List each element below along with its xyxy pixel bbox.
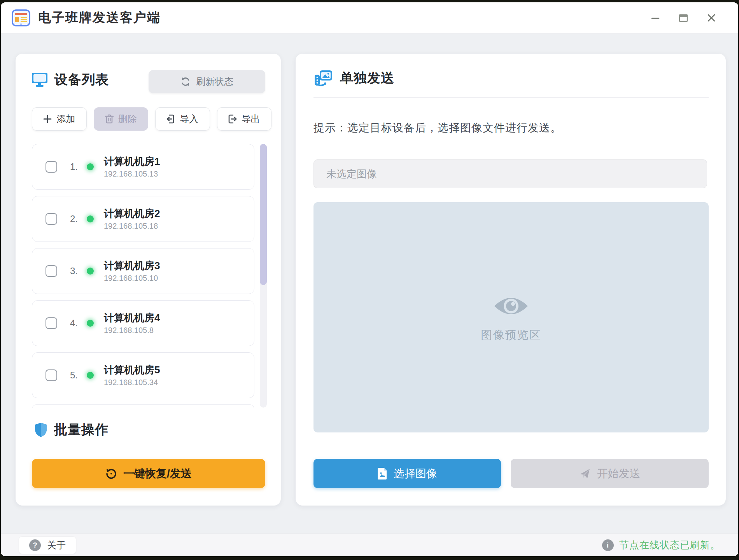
device-ip: 192.168.105.10 — [104, 273, 160, 284]
delete-device-label: 删除 — [118, 113, 137, 125]
device-row-3[interactable]: 3. 计算机机房3 192.168.105.10 — [32, 248, 254, 294]
device-checkbox[interactable] — [46, 317, 57, 329]
add-device-label: 添加 — [56, 113, 75, 125]
select-image-label: 选择图像 — [394, 466, 437, 481]
device-row-4[interactable]: 4. 计算机机房4 192.168.105.8 — [32, 300, 254, 346]
device-list: 1. 计算机机房1 192.168.105.13 2. 计算机机房2 192.1… — [32, 144, 254, 408]
refresh-status-button[interactable]: 刷新状态 — [149, 70, 265, 93]
send-panel: 单独发送 提示：选定目标设备后，选择图像文件进行发送。 未选定图像 图像预览区 — [296, 54, 726, 506]
device-ip: 192.168.105.8 — [104, 325, 160, 336]
maximize-icon — [678, 13, 688, 23]
close-icon — [707, 13, 716, 23]
minimize-icon — [651, 13, 660, 23]
device-checkbox[interactable] — [46, 369, 57, 381]
device-checkbox[interactable] — [46, 213, 57, 225]
device-row-1[interactable]: 1. 计算机机房1 192.168.105.13 — [32, 144, 254, 190]
refresh-status-label: 刷新状态 — [196, 75, 233, 88]
send-panel-header: 单独发送 — [313, 69, 394, 87]
file-image-icon — [377, 467, 387, 480]
file-import-icon — [166, 114, 175, 124]
send-hint-text: 提示：选定目标设备后，选择图像文件进行发送。 — [313, 121, 562, 135]
question-icon: ? — [29, 539, 41, 551]
app-logo-icon — [12, 9, 30, 26]
plus-icon — [43, 115, 52, 123]
online-status-dot — [87, 372, 94, 379]
about-button[interactable]: ? 关于 — [19, 536, 76, 554]
device-ip: 192.168.105.13 — [104, 168, 160, 179]
title-bar: 电子班牌发送客户端 — [1, 2, 738, 33]
import-devices-label: 导入 — [180, 113, 198, 125]
about-label: 关于 — [47, 539, 66, 551]
status-message: i 节点在线状态已刷新。 — [602, 539, 720, 551]
restore-send-button[interactable]: 一键恢复/发送 — [32, 459, 265, 488]
paper-plane-icon — [579, 468, 591, 480]
window-title: 电子班牌发送客户端 — [38, 9, 161, 26]
export-devices-label: 导出 — [242, 113, 260, 125]
scrollbar-thumb[interactable] — [260, 144, 267, 285]
device-index: 5. — [63, 370, 85, 381]
send-panel-title: 单独发送 — [340, 69, 394, 87]
batch-section-header: 批量操作 — [34, 421, 109, 439]
device-checkbox[interactable] — [46, 265, 57, 277]
online-status-dot — [87, 268, 94, 275]
main-area: 设备列表 刷新状态 添加 — [1, 33, 738, 534]
device-ip: 192.168.105.18 — [104, 220, 160, 231]
status-message-text: 节点在线状态已刷新。 — [619, 539, 720, 551]
start-send-button[interactable]: 开始发送 — [511, 459, 709, 488]
send-actions: 选择图像 开始发送 — [313, 459, 709, 488]
history-restore-icon — [105, 468, 117, 480]
device-row-6-partial[interactable] — [32, 404, 254, 408]
info-icon: i — [602, 539, 614, 551]
refresh-icon — [180, 77, 191, 87]
close-button[interactable] — [705, 11, 718, 24]
add-device-button[interactable]: 添加 — [32, 107, 87, 131]
batch-section-title: 批量操作 — [54, 421, 109, 439]
import-devices-button[interactable]: 导入 — [155, 107, 210, 131]
device-panel-title: 设备列表 — [54, 71, 109, 89]
selected-image-field[interactable]: 未选定图像 — [313, 159, 707, 188]
device-index: 2. — [63, 214, 85, 224]
online-status-dot — [87, 215, 94, 222]
device-name: 计算机机房1 — [104, 154, 160, 168]
device-name: 计算机机房4 — [104, 311, 160, 325]
device-index: 3. — [63, 266, 85, 276]
device-name: 计算机机房2 — [104, 206, 160, 220]
monitor-icon — [31, 72, 48, 88]
send-panel-divider — [313, 97, 709, 98]
minimize-button[interactable] — [649, 11, 662, 24]
device-ip: 192.168.105.34 — [104, 377, 160, 388]
maximize-button[interactable] — [677, 11, 690, 24]
status-bar: ? 关于 i 节点在线状态已刷新。 — [1, 534, 738, 556]
device-toolbar: 添加 删除 — [32, 107, 271, 131]
start-send-label: 开始发送 — [597, 466, 641, 481]
device-row-5[interactable]: 5. 计算机机房5 192.168.105.34 — [32, 352, 254, 398]
image-preview-area: 图像预览区 — [313, 202, 709, 432]
device-index: 1. — [63, 161, 85, 172]
image-send-icon — [313, 69, 333, 87]
online-status-dot — [87, 320, 94, 327]
device-panel-header: 设备列表 — [31, 71, 109, 89]
shield-icon — [34, 422, 48, 438]
preview-placeholder-label: 图像预览区 — [313, 327, 709, 343]
device-checkbox[interactable] — [46, 161, 57, 173]
device-index: 4. — [63, 318, 85, 329]
device-row-2[interactable]: 2. 计算机机房2 192.168.105.18 — [32, 196, 254, 242]
window-controls — [649, 11, 727, 24]
eye-icon — [493, 294, 529, 318]
app-window: 电子班牌发送客户端 — [1, 2, 738, 556]
file-export-icon — [228, 114, 237, 124]
online-status-dot — [87, 163, 94, 170]
restore-send-label: 一键恢复/发送 — [123, 466, 192, 481]
device-name: 计算机机房5 — [104, 363, 160, 377]
device-name: 计算机机房3 — [104, 259, 160, 273]
trash-icon — [105, 114, 114, 124]
export-devices-button[interactable]: 导出 — [217, 107, 272, 131]
batch-divider — [32, 445, 264, 445]
device-list-scrollbar[interactable] — [260, 144, 267, 408]
device-panel: 设备列表 刷新状态 添加 — [16, 54, 281, 506]
select-image-button[interactable]: 选择图像 — [313, 459, 501, 488]
delete-device-button[interactable]: 删除 — [94, 107, 149, 131]
